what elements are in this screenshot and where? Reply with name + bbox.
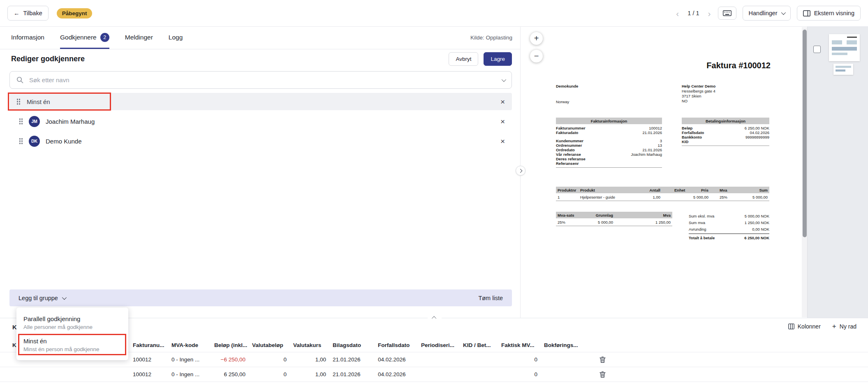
approver-row[interactable]: DK Demo Kunde × <box>9 133 512 149</box>
scrollbar-thumb[interactable] <box>803 30 807 237</box>
avatar: DK <box>29 136 40 147</box>
cell[interactable]: −6 250,00 <box>211 356 249 363</box>
invoice-title: Faktura #100012 <box>706 61 771 70</box>
info-label: Ordrenummer <box>556 143 582 148</box>
drag-handle-icon[interactable] <box>16 98 21 105</box>
line-item-cell: 5 000,00 <box>692 195 710 199</box>
dropdown-item-parallell[interactable]: Parallell godkjenning Alle personer må g… <box>16 312 128 334</box>
tab-meldinger[interactable]: Meldinger <box>125 27 153 49</box>
keyboard-shortcuts-button[interactable] <box>718 7 736 20</box>
columns-button[interactable]: Kolonner <box>788 323 821 330</box>
cell[interactable]: 0 - Ingen ... <box>168 356 211 363</box>
approver-group-row[interactable]: Minst én × <box>9 93 512 110</box>
tab-logg[interactable]: Logg <box>169 27 183 49</box>
delete-row-button[interactable] <box>596 356 621 363</box>
cell[interactable]: 100012 <box>130 371 168 377</box>
next-page-button[interactable]: › <box>707 9 712 18</box>
table-row[interactable]: 100012 0 - Ingen ... 6 250,00 0 1,00 21.… <box>0 367 868 382</box>
external-view-button[interactable]: Ekstern visning <box>797 6 861 21</box>
drag-handle-icon[interactable] <box>19 118 23 125</box>
zoom-in-button[interactable]: + <box>530 32 543 45</box>
save-button[interactable]: Lagre <box>484 52 512 66</box>
page-checkbox[interactable] <box>813 46 821 53</box>
total-value: 5 000,00 NOK <box>745 213 769 220</box>
line-item-cell: 1,00 <box>638 195 662 199</box>
drag-handle-icon[interactable] <box>19 138 23 144</box>
header-cell: Forfallsdato <box>375 342 418 348</box>
actions-button[interactable]: Handlinger <box>743 6 791 21</box>
invoice-totals: Sum eksl. mva5 000,00 NOK Sum mva1 250,0… <box>689 213 769 241</box>
thumbnail-content <box>847 40 857 44</box>
customer-country: Norway <box>556 99 569 104</box>
total-value: 6 250,00 NOK <box>744 235 769 241</box>
cell[interactable]: 100012 <box>130 356 168 363</box>
dropdown-item-minst-en[interactable]: Minst én Minst én person må godkjenne <box>16 334 128 356</box>
keyboard-icon <box>723 10 731 16</box>
table-row[interactable]: 100012 0 - Ingen ... −6 250,00 0 1,00 21… <box>0 352 868 367</box>
back-button[interactable]: ← Tilbake <box>7 6 49 21</box>
preview-scrollbar[interactable] <box>802 27 807 317</box>
page-indicator: 1 / 1 <box>687 10 699 16</box>
new-row-button[interactable]: + Ny rad <box>832 323 856 330</box>
thumbnail-panel <box>807 27 868 318</box>
cell[interactable]: 0 <box>249 371 290 377</box>
page-thumbnail-fragment[interactable] <box>833 64 853 75</box>
clear-list-button[interactable]: Tøm liste <box>478 295 503 301</box>
cell[interactable]: 1,00 <box>290 371 329 377</box>
info-label: Bankkonto <box>682 135 702 139</box>
info-value: 21.01.2026 <box>642 148 662 152</box>
header-cell: Beløp (inkl... <box>211 342 249 348</box>
line-items-header: Antall <box>638 188 662 192</box>
cell[interactable]: 0 <box>498 371 541 377</box>
info-value: 21.01.2026 <box>642 130 662 135</box>
vat-cell: 5 000,00 <box>585 220 615 224</box>
add-group-button[interactable]: Legg til gruppe <box>19 295 65 301</box>
cell[interactable]: 0 <box>498 356 541 363</box>
posting-lines-panel: Ko... Kolonner + Ny rad Ko... Fakturanu.… <box>0 318 868 391</box>
cancel-button[interactable]: Avbryt <box>449 52 478 66</box>
panel-expand-button[interactable] <box>516 166 525 176</box>
invoice-preview-panel: + − Faktura #100012 Demokunde Norway Hel… <box>521 27 802 318</box>
tab-informasjon[interactable]: Informasjon <box>11 27 44 49</box>
cell[interactable]: 6 250,00 <box>211 371 249 377</box>
prev-page-button[interactable]: ‹ <box>675 9 680 18</box>
supplier-postal: 3717 Skien <box>682 94 715 99</box>
remove-group-button[interactable]: × <box>500 98 505 106</box>
cell[interactable]: 0 - Ingen ... <box>168 371 211 377</box>
plus-icon: + <box>534 34 539 43</box>
chevron-down-icon[interactable] <box>502 77 506 81</box>
cell[interactable]: 0 <box>249 356 290 363</box>
info-value: 99998899999 <box>745 135 769 139</box>
approver-row[interactable]: JM Joachim Marhaug × <box>9 113 512 129</box>
page-thumbnail[interactable] <box>829 34 860 61</box>
app-root: ← Tilbake Påbegynt ‹ 1 / 1 › Handlinger … <box>0 0 868 391</box>
delete-row-button[interactable] <box>596 371 621 378</box>
info-value: 100012 <box>649 126 662 130</box>
info-label: Referansenr <box>556 161 579 166</box>
info-label: Deres referanse <box>556 157 586 161</box>
supplier-name: Help Center Demo <box>682 84 715 89</box>
group-label: Minst én <box>27 98 50 105</box>
chevron-right-icon <box>518 169 522 173</box>
source-label: Kilde: Opplasting <box>470 35 512 41</box>
thumbnail-content <box>847 37 857 38</box>
remove-approver-button[interactable]: × <box>500 118 505 125</box>
page-title: Rediger godkjennere <box>11 55 85 63</box>
search-input[interactable] <box>28 76 497 84</box>
cell[interactable]: 1,00 <box>290 356 329 363</box>
thumbnail-content <box>832 40 842 44</box>
plus-icon: + <box>832 323 836 330</box>
back-label: Tilbake <box>23 10 42 16</box>
header-cell: Faktisk MV... <box>498 342 541 348</box>
tabs-bar: Informasjon Godkjennere 2 Meldinger Logg <box>0 27 520 49</box>
cell[interactable]: 21.01.2026 <box>329 356 375 363</box>
cell[interactable]: 04.02.2026 <box>375 371 418 377</box>
zoom-out-button[interactable]: − <box>530 50 543 62</box>
tab-godkjennere[interactable]: Godkjennere 2 <box>60 27 109 49</box>
cell[interactable]: 21.01.2026 <box>329 371 375 377</box>
collapse-panel-button[interactable] <box>428 313 442 322</box>
info-label: Ordredato <box>556 148 575 152</box>
remove-approver-button[interactable]: × <box>500 137 505 145</box>
cell[interactable]: 04.02.2026 <box>375 356 418 363</box>
external-view-label: Ekstern visning <box>814 10 854 16</box>
